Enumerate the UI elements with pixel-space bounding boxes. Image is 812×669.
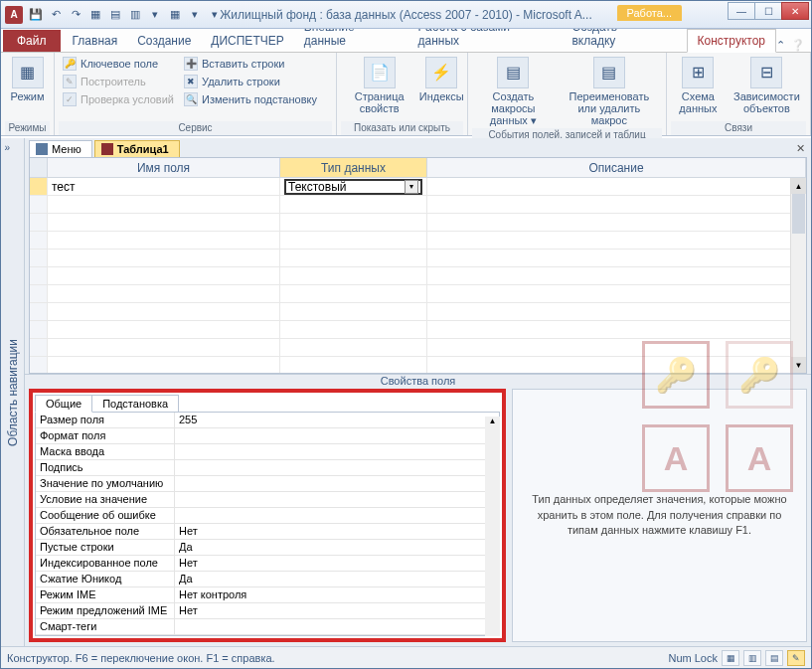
view-mode-button[interactable]: ▦ Режим bbox=[5, 55, 50, 104]
test-rules-button[interactable]: ✓Проверка условий bbox=[59, 90, 178, 108]
prop-row[interactable]: Режим IMEНет контроля bbox=[36, 587, 499, 603]
prop-row[interactable]: Смарт-теги bbox=[36, 619, 499, 635]
prop-tab-lookup[interactable]: Подстановка bbox=[91, 395, 179, 413]
grid-scrollbar[interactable]: ▲ ▼ bbox=[790, 178, 806, 373]
chevron-down-icon[interactable]: ▾ bbox=[405, 180, 418, 194]
group-views-label: Режимы bbox=[5, 121, 50, 135]
view-chart-button[interactable]: ▤ bbox=[765, 650, 783, 666]
tab-home[interactable]: Главная bbox=[63, 30, 128, 52]
prop-value[interactable]: 255 bbox=[175, 413, 499, 427]
view-datasheet-button[interactable]: ▦ bbox=[722, 650, 739, 666]
prop-value[interactable] bbox=[175, 444, 499, 459]
prop-row[interactable]: Маска ввода bbox=[36, 444, 499, 460]
props-scrollbar[interactable]: ▲ bbox=[485, 417, 500, 636]
close-button[interactable]: ✕ bbox=[781, 2, 809, 20]
relationships-button[interactable]: ⊞ Схема данных bbox=[671, 55, 726, 116]
qat-btn-6[interactable]: ▥ bbox=[126, 6, 144, 24]
check-icon: ✓ bbox=[63, 92, 77, 106]
prop-label: Формат поля bbox=[36, 428, 175, 443]
help-icon[interactable]: ❔ bbox=[791, 39, 805, 52]
field-name-cell[interactable]: тест bbox=[48, 178, 280, 195]
view-pivot-button[interactable]: ▥ bbox=[743, 650, 761, 666]
qat-btn-7[interactable]: ▾ bbox=[146, 6, 164, 24]
rename-macro-button[interactable]: ▤ Переименовать или удалить макрос bbox=[557, 55, 662, 128]
prop-row[interactable]: Размер поля255 bbox=[36, 413, 499, 428]
minimize-button[interactable]: — bbox=[728, 2, 755, 20]
scroll-down-icon[interactable]: ▼ bbox=[791, 357, 806, 373]
field-hint-panel: Тип данных определяет значения, которые … bbox=[512, 389, 807, 642]
doc-tab-table1[interactable]: Таблица1 bbox=[94, 140, 180, 157]
prop-row[interactable]: Обязательное полеНет bbox=[36, 524, 499, 540]
scroll-thumb[interactable] bbox=[792, 194, 805, 234]
col-header-desc[interactable]: Описание bbox=[427, 158, 806, 177]
prop-value[interactable]: Нет bbox=[175, 603, 499, 618]
row-selector-header[interactable] bbox=[30, 158, 48, 177]
prop-row[interactable]: Подпись bbox=[36, 460, 499, 476]
data-macros-button[interactable]: ▤ Создать макросы данных ▾ bbox=[472, 55, 555, 128]
insert-rows-button[interactable]: ➕Вставить строки bbox=[180, 55, 321, 73]
primary-key-button[interactable]: 🔑Ключевое поле bbox=[59, 55, 178, 73]
prop-value[interactable]: Да bbox=[175, 540, 499, 555]
redo-icon[interactable]: ↷ bbox=[67, 6, 84, 24]
prop-value[interactable] bbox=[175, 476, 499, 491]
save-icon[interactable]: 💾 bbox=[27, 6, 45, 24]
delete-rows-button[interactable]: ✖Удалить строки bbox=[180, 73, 321, 90]
prop-label: Размер поля bbox=[36, 413, 175, 427]
doc-tab-menu[interactable]: Меню bbox=[29, 140, 92, 157]
prop-value[interactable] bbox=[175, 508, 499, 523]
prop-row[interactable]: Сообщение об ошибке bbox=[36, 508, 499, 524]
prop-value[interactable] bbox=[175, 428, 499, 443]
undo-icon[interactable]: ↶ bbox=[47, 6, 65, 24]
prop-value[interactable]: Нет bbox=[175, 524, 499, 539]
indexes-button[interactable]: ⚡ Индексы bbox=[419, 55, 463, 104]
ribbon-minimize-icon[interactable]: ⌃ bbox=[776, 39, 785, 52]
prop-value[interactable] bbox=[175, 619, 499, 634]
property-sheet-button[interactable]: 📄 Страница свойств bbox=[341, 55, 417, 116]
view-design-button[interactable]: ✎ bbox=[787, 650, 805, 666]
prop-label: Пустые строки bbox=[36, 540, 175, 555]
table-row[interactable]: тест Текстовый ▾ bbox=[30, 178, 806, 196]
qat-btn-5[interactable]: ▤ bbox=[106, 6, 124, 24]
row-selector[interactable] bbox=[30, 178, 48, 195]
prop-value[interactable]: Нет контроля bbox=[175, 587, 499, 602]
field-type-cell[interactable]: Текстовый ▾ bbox=[280, 178, 427, 195]
type-dropdown[interactable]: Текстовый ▾ bbox=[284, 179, 422, 195]
window-controls: — ☐ ✕ bbox=[729, 2, 809, 20]
dependencies-button[interactable]: ⊟ Зависимости объектов bbox=[728, 55, 806, 116]
prop-row[interactable]: Условие на значение bbox=[36, 492, 499, 508]
doc-close-icon[interactable]: ✕ bbox=[796, 142, 805, 155]
nav-expand-icon[interactable]: » bbox=[5, 142, 21, 158]
qat-btn-4[interactable]: ▦ bbox=[86, 6, 104, 24]
tab-create[interactable]: Создание bbox=[127, 30, 201, 52]
prop-row[interactable]: Режим предложений IMEНет bbox=[36, 603, 499, 619]
prop-value[interactable] bbox=[175, 492, 499, 507]
col-header-type[interactable]: Тип данных bbox=[280, 158, 427, 177]
prop-value[interactable] bbox=[175, 460, 499, 475]
prop-row[interactable]: Сжатие ЮникодДа bbox=[36, 572, 499, 587]
file-tab[interactable]: Файл bbox=[3, 30, 61, 52]
prop-tab-general[interactable]: Общие bbox=[35, 395, 92, 413]
key-icon: 🔑 bbox=[63, 57, 77, 71]
field-props-title: Свойства поля bbox=[25, 374, 811, 387]
qat-btn-8[interactable]: ▦ bbox=[166, 6, 184, 24]
modify-lookup-button[interactable]: 🔍Изменить подстановку bbox=[180, 90, 321, 108]
status-text: Конструктор. F6 = переключение окон. F1 … bbox=[7, 652, 275, 664]
maximize-button[interactable]: ☐ bbox=[754, 2, 782, 20]
prop-value[interactable]: Нет bbox=[175, 556, 499, 571]
navigation-pane[interactable]: » Область навигации bbox=[1, 138, 25, 646]
builder-button[interactable]: ✎Построитель bbox=[59, 73, 178, 90]
tab-dispatcher[interactable]: ДИСПЕТЧЕР bbox=[201, 30, 293, 52]
scroll-up-icon[interactable]: ▲ bbox=[791, 178, 806, 194]
qat-btn-9[interactable]: ▾ bbox=[186, 6, 204, 24]
field-desc-cell[interactable] bbox=[427, 178, 806, 195]
prop-row[interactable]: Значение по умолчанию bbox=[36, 476, 499, 492]
context-tab-label: Работа... bbox=[617, 5, 682, 21]
field-properties: Общие Подстановка Размер поля255Формат п… bbox=[29, 389, 807, 642]
prop-value[interactable]: Да bbox=[175, 572, 499, 586]
tab-design[interactable]: Конструктор bbox=[687, 29, 776, 53]
col-header-name[interactable]: Имя поля bbox=[48, 158, 280, 177]
prop-row[interactable]: Пустые строкиДа bbox=[36, 540, 499, 556]
prop-row[interactable]: Формат поля bbox=[36, 428, 499, 444]
wand-icon: ✎ bbox=[63, 75, 77, 88]
prop-row[interactable]: Индексированное полеНет bbox=[36, 556, 499, 572]
